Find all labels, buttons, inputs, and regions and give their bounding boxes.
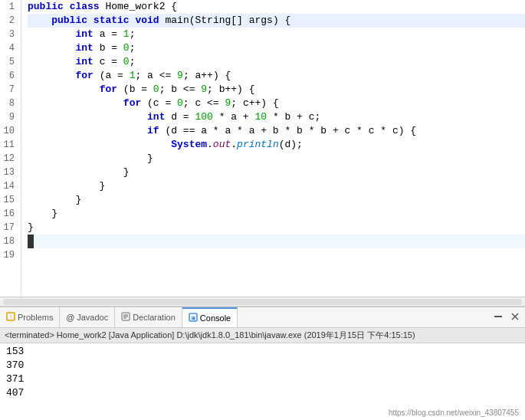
close-console-button[interactable] <box>508 310 522 324</box>
watermark: https://blog.csdn.net/weixin_43807455 <box>389 409 519 417</box>
line-numbers: 12345678910111213141516171819 <box>0 0 21 297</box>
code-line: int a = 1; <box>28 28 525 41</box>
tab-declaration[interactable]: Declaration <box>115 307 182 327</box>
line-number: 6 <box>3 69 15 83</box>
line-number: 7 <box>3 83 15 97</box>
line-number: 8 <box>3 97 15 110</box>
line-number: 10 <box>3 124 15 138</box>
minimize-button[interactable] <box>491 310 505 324</box>
console-icon: ▣ <box>189 313 198 323</box>
code-line: int d = 100 * a + 10 * b + c; <box>28 110 525 124</box>
console-terminated-header: <terminated> Home_work2 [Java Applicatio… <box>0 328 525 343</box>
line-number: 17 <box>3 221 15 235</box>
line-number: 13 <box>3 166 15 179</box>
tab-bar[interactable]: !Problems@JavadocDeclaration▣Console <box>0 307 525 328</box>
code-line: System.out.println(d); <box>28 138 525 152</box>
declaration-icon <box>121 312 130 323</box>
line-number: 4 <box>3 41 15 55</box>
tab-console[interactable]: ▣Console <box>182 307 238 327</box>
code-line: int c = 0; <box>28 55 525 69</box>
code-container[interactable]: 12345678910111213141516171819 public cla… <box>0 0 525 297</box>
code-line: if (d == a * a * a + b * b * b + c * c *… <box>28 124 525 138</box>
code-line: } <box>28 179 525 193</box>
code-line: } <box>28 166 525 179</box>
line-number: 1 <box>3 0 15 14</box>
line-number: 5 <box>3 55 15 69</box>
svg-text:!: ! <box>10 313 11 320</box>
javadoc-icon: @ <box>66 313 74 322</box>
problems-icon: ! <box>6 312 15 323</box>
line-number: 2 <box>3 14 15 28</box>
line-number: 18 <box>3 235 15 248</box>
code-line: public class Home_work2 { <box>28 0 525 14</box>
code-line: for (c = 0; c <= 9; c++) { <box>28 97 525 110</box>
code-content[interactable]: public class Home_work2 { public static … <box>21 0 525 297</box>
code-line: int b = 0; <box>28 41 525 55</box>
code-line: } <box>28 221 525 235</box>
tab-bar-actions <box>488 307 525 327</box>
line-number: 19 <box>3 248 15 262</box>
console-output-line: 407 <box>6 386 519 400</box>
svg-rect-8 <box>494 316 502 317</box>
code-line: public static void main(String[] args) { <box>28 14 525 28</box>
editor-area: 12345678910111213141516171819 public cla… <box>0 0 525 307</box>
scrollbar-track[interactable] <box>3 299 522 305</box>
line-number: 16 <box>3 207 15 221</box>
horizontal-scrollbar[interactable] <box>0 297 525 306</box>
code-line: for (a = 1; a <= 9; a++) { <box>28 69 525 83</box>
tab-javadoc[interactable]: @Javadoc <box>60 307 115 327</box>
declaration-label: Declaration <box>133 313 176 322</box>
line-number: 3 <box>3 28 15 41</box>
line-number: 11 <box>3 138 15 152</box>
line-number: 14 <box>3 179 15 193</box>
console-output-line: 370 <box>6 359 519 372</box>
line-number: 15 <box>3 193 15 207</box>
console-output-line: 371 <box>6 372 519 386</box>
console-area: <terminated> Home_work2 [Java Applicatio… <box>0 328 525 420</box>
line-number: 12 <box>3 152 15 166</box>
code-line <box>28 235 525 248</box>
console-output-line: 153 <box>6 345 519 359</box>
tab-problems[interactable]: !Problems <box>0 307 60 327</box>
svg-text:▣: ▣ <box>190 315 195 320</box>
code-line: for (b = 0; b <= 9; b++) { <box>28 83 525 97</box>
problems-label: Problems <box>18 313 53 322</box>
console-label: Console <box>200 313 231 323</box>
code-line: } <box>28 207 525 221</box>
code-line: } <box>28 193 525 207</box>
line-number: 9 <box>3 110 15 124</box>
javadoc-label: Javadoc <box>77 313 108 322</box>
code-line: } <box>28 152 525 166</box>
